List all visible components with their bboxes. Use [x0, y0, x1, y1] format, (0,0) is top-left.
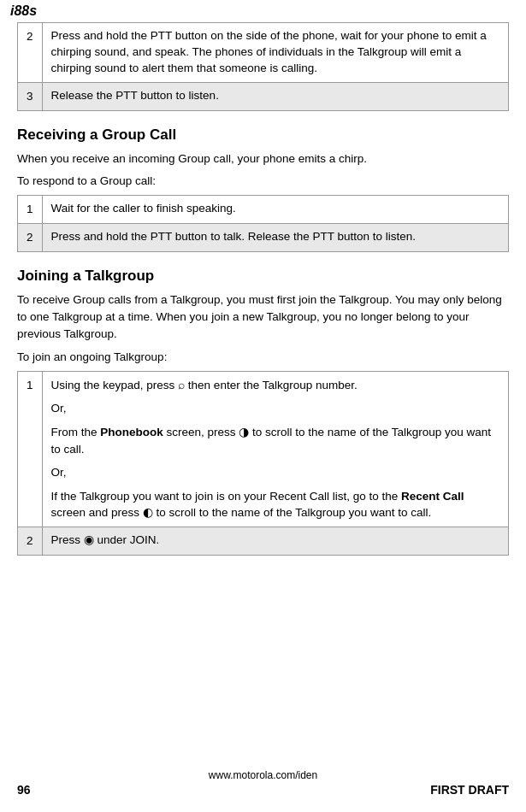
section-intro-2: To respond to a Group call: [17, 173, 509, 190]
recent-call-label: Recent Call [401, 490, 464, 503]
step-para: From the Phonebook screen, press ◑ to sc… [51, 424, 499, 457]
step-para: Or, [51, 400, 499, 417]
table-row: 1 Wait for the caller to finish speaking… [18, 196, 509, 224]
footer-draft-label: FIRST DRAFT [430, 783, 509, 797]
table-row: 2 Press ◉ under JOIN. [18, 527, 509, 555]
phonebook-label: Phonebook [100, 426, 163, 438]
section-receiving-group-call: Receiving a Group Call When you receive … [17, 127, 509, 252]
section-joining-intro-1: To receive Group calls from a Talkgroup,… [17, 291, 509, 344]
step-content: Using the keypad, press ⌕ then enter the… [42, 371, 508, 527]
step-content: Press and hold the PTT button to talk. R… [42, 223, 508, 251]
section-heading-receiving: Receiving a Group Call [17, 127, 509, 144]
step-para: Or, [51, 464, 499, 481]
step-number: 2 [18, 527, 43, 555]
footer: www.motorola.com/iden 96 FIRST DRAFT [0, 769, 526, 797]
page-container: i88s 2 Press and hold the PTT button on … [0, 0, 526, 812]
table-row: 3 Release the PTT button to listen. [18, 82, 509, 110]
step-content: Press and hold the PTT button on the sid… [42, 23, 508, 83]
step-number: 2 [18, 23, 43, 83]
section-heading-joining: Joining a Talkgroup [17, 268, 509, 285]
table-row: 2 Press and hold the PTT button on the s… [18, 23, 509, 83]
joining-instruction-table: 1 Using the keypad, press ⌕ then enter t… [17, 371, 509, 556]
step-number: 1 [18, 371, 43, 527]
section-intro-1: When you receive an incoming Group call,… [17, 150, 509, 168]
section-joining-talkgroup: Joining a Talkgroup To receive Group cal… [17, 268, 509, 556]
footer-url: www.motorola.com/iden [0, 769, 526, 781]
step-para: Using the keypad, press ⌕ then enter the… [51, 377, 499, 394]
phone-model: i88s [10, 3, 37, 19]
header-bar: i88s [0, 0, 526, 22]
top-instruction-table: 2 Press and hold the PTT button on the s… [17, 22, 509, 111]
step-content: Release the PTT button to listen. [42, 82, 508, 110]
table-row: 1 Using the keypad, press ⌕ then enter t… [18, 371, 509, 527]
step-content: Wait for the caller to finish speaking. [42, 196, 508, 224]
step-number: 1 [18, 196, 43, 224]
step-content: Press ◉ under JOIN. [42, 527, 508, 555]
table-row: 2 Press and hold the PTT button to talk.… [18, 223, 509, 251]
step-number: 3 [18, 82, 43, 110]
step-para: If the Talkgroup you want to join is on … [51, 488, 499, 521]
footer-bottom: 96 FIRST DRAFT [0, 783, 526, 797]
section-joining-intro-2: To join an ongoing Talkgroup: [17, 349, 509, 366]
receiving-instruction-table: 1 Wait for the caller to finish speaking… [17, 195, 509, 252]
footer-page-number: 96 [17, 783, 31, 797]
top-steps-area: 2 Press and hold the PTT button on the s… [0, 22, 526, 556]
step-number: 2 [18, 223, 43, 251]
